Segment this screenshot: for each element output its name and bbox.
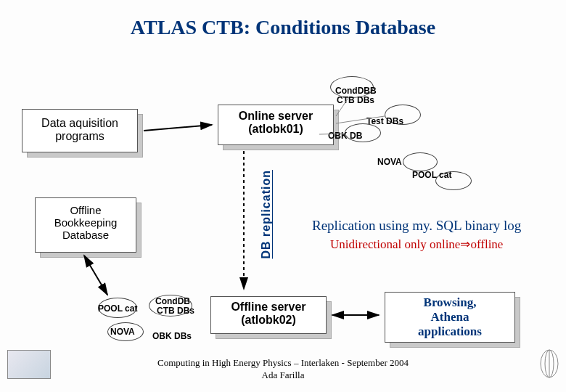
conddb-bottom-label: CondDB [155,296,190,306]
footer: Computing in High Energy Physics – Inter… [0,357,566,382]
ctbdbs-top-label: CTB DBs [337,95,374,105]
obkdbs-bottom-label: OBK DBs [152,331,192,341]
daq-line2: programs [27,130,133,143]
ctbdbs-bottom-label: CTB DBs [157,306,194,316]
page-title: ATLAS CTB: Conditions Database [0,0,566,39]
online-line1: Online server [223,110,329,123]
nova-bottom-label: NOVA [110,327,135,337]
obk-line2: Bookkeeping [40,216,131,229]
db-replication-label: DB replication [258,163,275,265]
obk-line1: Offline [40,204,131,216]
svg-line-0 [144,125,212,131]
online-server-box: Online server (atlobk01) [218,105,334,145]
nova-top-label: NOVA [377,157,402,167]
offline-line1: Offline server [215,301,322,314]
obkdb-label: OBK DB [328,131,362,141]
browsing-line3: applications [388,324,512,339]
daq-line1: Data aquisition [27,117,133,130]
poolcat-top-label: POOL cat [412,170,451,180]
offline-line2: (atlobk02) [215,314,322,327]
daq-box: Data aquisition programs [22,109,138,152]
nova-top-ellipse [403,152,438,171]
conddbb-label: CondDBB [335,86,377,96]
replication-description: Replication using my. SQL binary log [312,218,521,234]
online-line2: (atlobk01) [223,123,329,136]
browsing-line2: Athena [388,310,512,324]
footer-line2: Ada Farilla [0,369,566,382]
offline-bookkeeping-box: Offline Bookkeeping Database [35,197,136,253]
replication-direction: Unidirectional only online⇒offline [330,237,503,252]
browsing-line1: Browsing, [388,295,512,310]
offline-server-box: Offline server (atlobk02) [210,296,327,334]
footer-line1: Computing in High Energy Physics – Inter… [0,357,566,369]
svg-line-1 [84,256,107,295]
browsing-box: Browsing, Athena applications [385,292,515,343]
obk-line3: Database [40,229,131,241]
poolcat-bottom-label: POOL cat [98,303,137,314]
